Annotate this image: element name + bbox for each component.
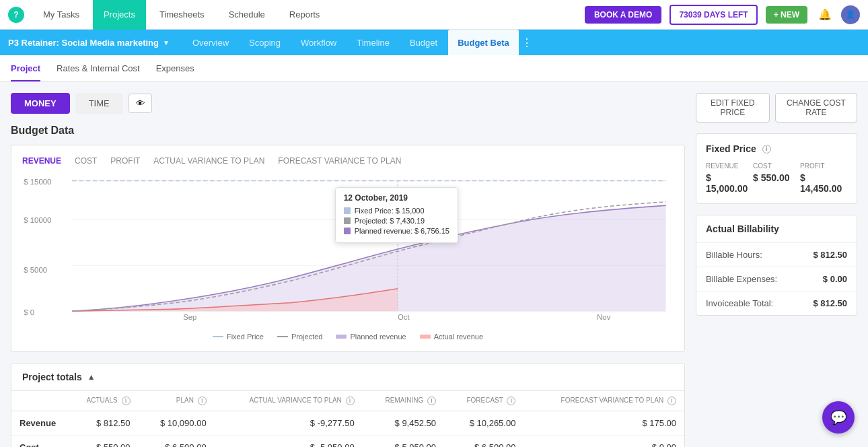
billable-hours-row: Billable Hours: $ 812.50 (696, 243, 857, 267)
chart-tab-actual-variance[interactable]: ACTUAL VARIANCE TO PLAN (153, 156, 264, 166)
row-cost-forecast-variance: $ 0.00 (523, 436, 684, 448)
billable-hours-value: $ 812.50 (813, 250, 847, 260)
tooltip-projected-row: Projected: $ 7,430.19 (344, 217, 449, 225)
fp-revenue-value: $ 15,000.00 (706, 172, 753, 194)
avatar[interactable]: 👤 (841, 5, 860, 24)
tab-budget-beta[interactable]: Budget Beta (448, 30, 519, 55)
tooltip-planned-row: Planned revenue: $ 6,756.15 (344, 227, 449, 235)
edit-fixed-price-button[interactable]: EDIT FIXED PRICE (696, 93, 770, 123)
tab-timeline[interactable]: Timeline (347, 30, 399, 55)
chart-tab-cost[interactable]: COST (75, 156, 97, 166)
av-info-icon[interactable]: i (346, 397, 355, 405)
row-cost-actuals: $ 550.00 (65, 436, 139, 448)
row-revenue-plan: $ 10,090.00 (139, 411, 215, 436)
col-plan: PLAN i (139, 391, 215, 411)
nav-projects[interactable]: Projects (93, 0, 146, 30)
main-content: MONEY TIME 👁 Budget Data REVENUE COST PR… (0, 82, 868, 447)
project-name[interactable]: P3 Retainer: Social Media marketing ▼ (8, 38, 170, 48)
book-demo-button[interactable]: BOOK A DEMO (585, 6, 661, 24)
nav-timesheets[interactable]: Timesheets (149, 0, 215, 30)
right-panel-buttons: EDIT FIXED PRICE CHANGE COST RATE (696, 93, 857, 123)
forecast-info-icon[interactable]: i (507, 397, 515, 405)
chevron-up-icon[interactable]: ▲ (87, 372, 96, 382)
fixed-price-title: Fixed Price i (706, 143, 847, 154)
project-totals-header: Project totals ▲ (11, 364, 684, 391)
row-revenue-label: Revenue (11, 411, 65, 436)
svg-text:$ 5000: $ 5000 (24, 266, 47, 273)
legend-actual-revenue: Actual revenue (420, 333, 483, 341)
chart-tooltip: 12 October, 2019 Fixed Price: $ 15,000 P… (335, 187, 458, 243)
chart-legend: Fixed Price Projected Planned revenue Ac… (22, 327, 674, 341)
table-row: Cost $ 550.00 $ 6,500.00 $ -5,950.00 $ 5… (11, 436, 684, 448)
tooltip-projected-swatch (344, 217, 351, 224)
table-row: Revenue $ 812.50 $ 10,090.00 $ -9,277.50… (11, 411, 684, 436)
chart-tab-forecast-variance[interactable]: FORECAST VARIANCE TO PLAN (278, 156, 401, 166)
nav-reports[interactable]: Reports (279, 0, 331, 30)
subtab-project[interactable]: Project (11, 63, 40, 81)
subtab-expenses[interactable]: Expenses (156, 63, 194, 81)
row-revenue-remaining: $ 9,452.50 (363, 411, 444, 436)
actuals-info-icon[interactable]: i (122, 397, 131, 405)
eye-toggle-button[interactable]: 👁 (129, 94, 152, 113)
fp-revenue-col: REVENUE $ 15,000.00 (706, 162, 753, 194)
row-cost-remaining: $ 5,950.00 (363, 436, 444, 448)
row-cost-actual-variance: $ -5,950.00 (215, 436, 363, 448)
legend-projected: Projected (277, 333, 322, 341)
sub-navigation: Project Rates & Internal Cost Expenses (0, 55, 868, 82)
left-panel: MONEY TIME 👁 Budget Data REVENUE COST PR… (11, 93, 685, 447)
nav-my-tasks[interactable]: My Tasks (32, 0, 90, 30)
fp-cost-value: $ 550.00 (753, 172, 800, 183)
legend-fixed-dot (213, 336, 223, 337)
fixed-price-card: Fixed Price i REVENUE $ 15,000.00 COST $… (696, 133, 857, 204)
tooltip-fixed-row: Fixed Price: $ 15,000 (344, 207, 449, 215)
fp-profit-value: $ 14,450.00 (800, 172, 847, 194)
time-toggle-button[interactable]: TIME (75, 93, 123, 114)
billable-expenses-label: Billable Expenses: (706, 274, 777, 284)
tab-workflow[interactable]: Workflow (291, 30, 346, 55)
money-toggle-button[interactable]: MONEY (11, 93, 70, 114)
col-actuals: ACTUALS i (65, 391, 139, 411)
project-totals-title: Project totals (22, 372, 82, 382)
row-revenue-forecast: $ 10,265.00 (444, 411, 523, 436)
svg-text:Sep: Sep (183, 313, 196, 320)
project-bar: P3 Retainer: Social Media marketing ▼ Ov… (0, 30, 868, 55)
tab-overview[interactable]: Overview (183, 30, 238, 55)
project-nav-tabs: Overview Scoping Workflow Timeline Budge… (183, 30, 519, 55)
invoiceable-value: $ 812.50 (813, 298, 847, 308)
fixed-price-values: REVENUE $ 15,000.00 COST $ 550.00 PROFIT… (706, 162, 847, 194)
billable-expenses-value: $ 0.00 (823, 274, 847, 284)
actual-billability-card: Actual Billability Billable Hours: $ 812… (696, 215, 857, 316)
bell-icon[interactable]: 🔔 (816, 5, 834, 24)
chat-button[interactable]: 💬 (822, 401, 855, 434)
chart-tab-revenue[interactable]: REVENUE (22, 156, 61, 166)
tab-scoping[interactable]: Scoping (240, 30, 290, 55)
tooltip-date: 12 October, 2019 (344, 193, 449, 203)
row-revenue-actuals: $ 812.50 (65, 411, 139, 436)
tab-budget[interactable]: Budget (400, 30, 447, 55)
tooltip-planned-swatch (344, 228, 351, 234)
col-forecast: FORECAST i (444, 391, 523, 411)
app-logo: ? (8, 7, 24, 23)
project-totals-table: ACTUALS i PLAN i ACTUAL VARIANCE TO PLAN… (11, 391, 684, 447)
row-cost-forecast: $ 6,500.00 (444, 436, 523, 448)
invoiceable-total-row: Invoiceable Total: $ 812.50 (696, 291, 857, 315)
plan-info-icon[interactable]: i (198, 397, 207, 405)
svg-text:$ 10000: $ 10000 (24, 217, 51, 224)
nav-schedule[interactable]: Schedule (218, 0, 276, 30)
more-options-icon[interactable]: ⋮ (521, 36, 532, 49)
chart-container: REVENUE COST PROFIT ACTUAL VARIANCE TO P… (11, 145, 685, 352)
remaining-info-icon[interactable]: i (427, 397, 436, 405)
fv-info-icon[interactable]: i (667, 397, 676, 405)
chart-tab-profit[interactable]: PROFIT (110, 156, 140, 166)
svg-text:$ 0: $ 0 (24, 308, 34, 316)
fp-cost-label: COST (753, 162, 800, 170)
fp-profit-label: PROFIT (800, 162, 847, 170)
new-button[interactable]: + NEW (766, 6, 807, 24)
row-cost-plan: $ 6,500.00 (139, 436, 215, 448)
invoiceable-label: Invoiceable Total: (706, 298, 773, 308)
days-left-badge: 73039 DAYS LEFT (670, 5, 757, 25)
row-revenue-forecast-variance: $ 175.00 (523, 411, 684, 436)
fixed-price-info-icon[interactable]: i (762, 145, 771, 153)
change-cost-rate-button[interactable]: CHANGE COST RATE (775, 93, 857, 123)
subtab-rates[interactable]: Rates & Internal Cost (57, 63, 140, 81)
